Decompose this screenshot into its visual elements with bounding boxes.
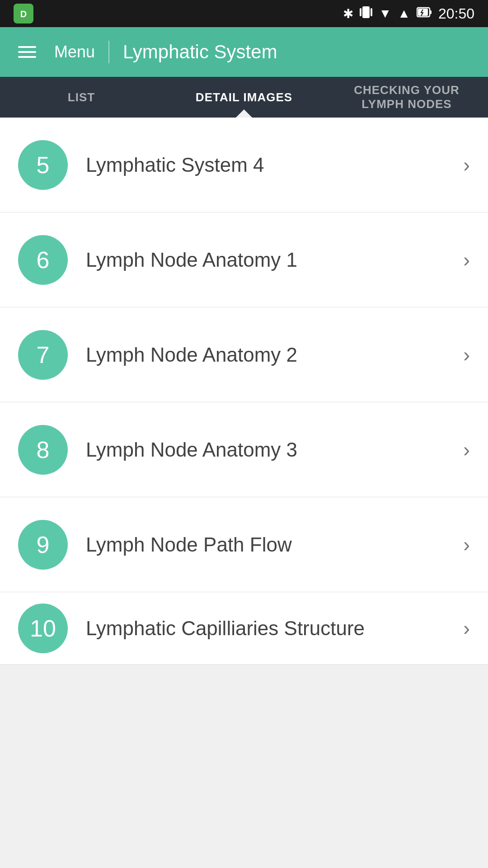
bluetooth-icon: ✱ xyxy=(343,6,353,21)
list-item[interactable]: 7 Lymph Node Anatomy 2 › xyxy=(0,307,488,402)
list-item[interactable]: 6 Lymph Node Anatomy 1 › xyxy=(0,212,488,307)
item-number-8: 8 xyxy=(37,436,50,463)
battery-icon xyxy=(417,6,432,22)
chevron-icon-8: › xyxy=(463,439,470,461)
item-number-10: 10 xyxy=(30,615,56,642)
chevron-icon-9: › xyxy=(463,533,470,556)
tab-checking-lymph[interactable]: CHECKING YOUR LYMPH NODES xyxy=(325,77,488,118)
svg-text:D: D xyxy=(20,9,27,19)
chevron-icon-10: › xyxy=(463,617,470,640)
list-item[interactable]: 9 Lymph Node Path Flow › xyxy=(0,497,488,592)
menu-label[interactable]: Menu xyxy=(54,42,95,61)
vibrate-icon xyxy=(360,5,372,23)
svg-rect-3 xyxy=(360,8,361,16)
item-number-7: 7 xyxy=(37,341,50,368)
svg-rect-6 xyxy=(430,10,432,14)
status-time: 20:50 xyxy=(438,5,474,22)
nav-divider xyxy=(108,41,109,63)
list-item[interactable]: 8 Lymph Node Anatomy 3 › xyxy=(0,402,488,497)
item-badge-5: 5 xyxy=(18,140,68,190)
page-title: Lymphatic System xyxy=(123,41,277,63)
signal-icon: ▲ xyxy=(398,6,410,21)
item-badge-8: 8 xyxy=(18,425,68,475)
item-badge-10: 10 xyxy=(18,604,68,653)
chevron-icon-6: › xyxy=(463,249,470,271)
chevron-icon-7: › xyxy=(463,344,470,366)
item-number-9: 9 xyxy=(37,531,50,558)
chevron-icon-5: › xyxy=(463,154,470,176)
status-bar: D ✱ ▼ ▲ 20:50 xyxy=(0,0,488,27)
item-badge-6: 6 xyxy=(18,235,68,285)
status-bar-right: ✱ ▼ ▲ 20:50 xyxy=(343,5,474,23)
tab-bar: LIST DETAIL IMAGES CHECKING YOUR LYMPH N… xyxy=(0,77,488,118)
item-badge-9: 9 xyxy=(18,520,68,570)
status-bar-left: D xyxy=(14,4,33,24)
tab-list[interactable]: LIST xyxy=(0,77,163,118)
top-nav: Menu Lymphatic System xyxy=(0,27,488,77)
tab-detail-images[interactable]: DETAIL IMAGES xyxy=(163,77,325,118)
list-item[interactable]: 5 Lymphatic System 4 › xyxy=(0,118,488,212)
app-icon: D xyxy=(14,4,33,24)
wifi-icon: ▼ xyxy=(379,6,391,21)
item-label-6: Lymph Node Anatomy 1 xyxy=(86,249,445,271)
item-badge-7: 7 xyxy=(18,330,68,380)
item-number-5: 5 xyxy=(37,151,50,179)
item-label-8: Lymph Node Anatomy 3 xyxy=(86,439,445,461)
svg-rect-2 xyxy=(362,6,370,18)
menu-button[interactable] xyxy=(14,42,41,62)
list-item[interactable]: 10 Lymphatic Capilliaries Structure › xyxy=(0,592,488,665)
item-label-10: Lymphatic Capilliaries Structure xyxy=(86,617,445,640)
item-number-6: 6 xyxy=(37,246,50,274)
item-label-9: Lymph Node Path Flow xyxy=(86,533,445,556)
list-container: 5 Lymphatic System 4 › 6 Lymph Node Anat… xyxy=(0,118,488,665)
item-label-7: Lymph Node Anatomy 2 xyxy=(86,344,445,366)
svg-rect-4 xyxy=(371,8,372,16)
item-label-5: Lymphatic System 4 xyxy=(86,154,445,176)
